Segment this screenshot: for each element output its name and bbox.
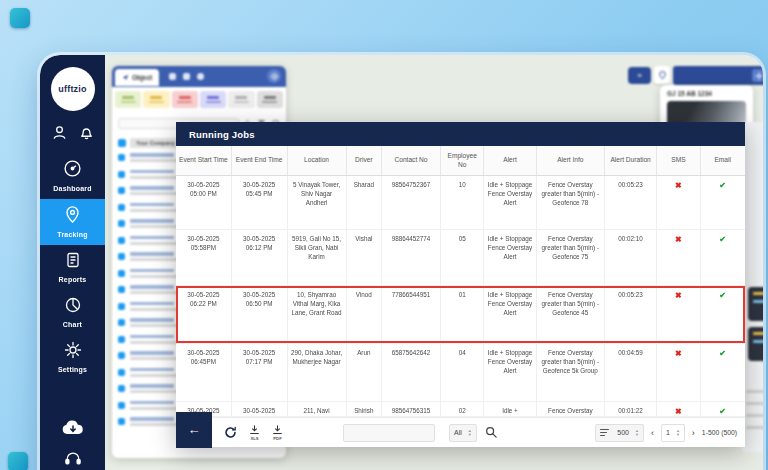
vehicle-text: [130, 417, 180, 426]
table-cell: 5 Vinayak Tower, Shiv Nagar Andheri: [288, 176, 347, 229]
tab-object[interactable]: Object: [115, 69, 159, 86]
sidebar-item-chart[interactable]: Chart: [40, 290, 105, 335]
user-icon[interactable]: [51, 124, 68, 141]
sms-status-icon: ✖: [657, 176, 700, 229]
table-row[interactable]: 30-05-202530-05-2025211, NaviShirish9856…: [176, 402, 745, 417]
collapse-panel-button[interactable]: »: [628, 67, 651, 84]
modal-title: Running Jobs: [176, 122, 745, 146]
gear-icon: [64, 341, 82, 363]
cloud-download-icon[interactable]: [60, 418, 86, 442]
vehicle-checkbox[interactable]: [118, 237, 125, 244]
table-cell: 00:04:59: [605, 344, 657, 401]
headset-icon[interactable]: [63, 450, 83, 470]
column-header: Driver: [347, 146, 382, 175]
dashboard-icon: [63, 159, 82, 182]
vehicle-text: [130, 186, 180, 195]
app-logo[interactable]: ufftzio: [51, 67, 95, 111]
vehicle-checkbox[interactable]: [118, 270, 125, 277]
page-size-select[interactable]: 500 ▲▼: [595, 424, 644, 442]
vehicle-checkbox[interactable]: [118, 187, 125, 194]
next-page-icon[interactable]: ›: [691, 428, 696, 438]
vehicle-text: [130, 203, 180, 212]
vehicle-checkbox[interactable]: [118, 385, 125, 392]
vehicle-checkbox[interactable]: [118, 253, 125, 260]
tracker-gear-icon[interactable]: [752, 69, 763, 82]
vehicle-text: [130, 335, 180, 344]
table-cell: Fence Overstay greater than 5(min) - Geo…: [537, 286, 605, 343]
panel-gear-icon[interactable]: [267, 69, 281, 83]
vehicle-checkbox[interactable]: [118, 220, 125, 227]
vehicle-checkbox[interactable]: [118, 154, 125, 161]
column-header: Alert Info: [537, 146, 605, 175]
object-panel-header: Object: [112, 66, 286, 87]
status-chip[interactable]: [257, 91, 283, 108]
filter-select[interactable]: All ▲▼: [449, 424, 477, 442]
panel-list-icon[interactable]: [183, 73, 190, 80]
column-header: Location: [288, 146, 347, 175]
vehicle-checkbox[interactable]: [118, 204, 125, 211]
vehicle-text: [130, 285, 180, 294]
column-header: Alert Duration: [605, 146, 657, 175]
vehicle-text: [130, 318, 180, 327]
search-icon[interactable]: [485, 424, 497, 442]
desktop-shortcut-icon[interactable]: [10, 8, 30, 28]
vehicle-checkbox[interactable]: [118, 369, 125, 376]
back-button[interactable]: ←: [176, 412, 212, 448]
table-cell: Fence Overstay greater than 5(min) - Geo…: [537, 344, 605, 401]
sidebar-item-label: Reports: [59, 276, 87, 283]
sidebar-item-reports[interactable]: Reports: [40, 245, 105, 290]
sidebar-item-tracking[interactable]: Tracking: [40, 199, 105, 245]
table-cell: 30-05-2025 06:22 PM: [176, 286, 232, 343]
table-cell: Idle + Stoppage Fence Overstay Alert: [484, 176, 536, 229]
stepper-icon: ▲▼: [635, 429, 639, 437]
vehicle-checkbox[interactable]: [118, 171, 125, 178]
vehicle-checkbox[interactable]: [118, 336, 125, 343]
table-cell: Vinod: [347, 286, 382, 343]
pin-icon[interactable]: [654, 66, 670, 84]
panel-user-icon[interactable]: [197, 73, 204, 80]
vehicle-checkbox[interactable]: [118, 286, 125, 293]
vehicle-checkbox[interactable]: [118, 402, 125, 409]
vehicle-checkbox[interactable]: [118, 303, 125, 310]
desktop-shortcut-icon-2[interactable]: [8, 452, 28, 470]
status-chip[interactable]: [200, 91, 226, 108]
table-row[interactable]: 30-05-2025 05:00 PM30-05-2025 05:45 PM5 …: [176, 176, 745, 230]
report-search-input[interactable]: [343, 424, 435, 442]
page-range-label: 1-500 (500): [702, 429, 737, 436]
export-pdf-button[interactable]: PDF: [272, 425, 283, 441]
vehicle-text: [130, 269, 180, 278]
export-xls-button[interactable]: XLS: [249, 425, 260, 441]
table-cell: 30-05-2025: [232, 402, 288, 416]
sms-status-icon: ✖: [657, 230, 700, 285]
refresh-button[interactable]: [224, 426, 237, 439]
page-number-input[interactable]: 1 ▲▼: [661, 424, 685, 442]
panel-grid-icon[interactable]: [169, 73, 176, 80]
stepper-icon: ▲▼: [468, 429, 472, 437]
sidebar-item-dashboard[interactable]: Dashboard: [40, 153, 105, 199]
status-chip[interactable]: [115, 91, 141, 108]
sidebar-item-settings[interactable]: Settings: [40, 335, 105, 380]
table-row-highlighted[interactable]: 30-05-2025 06:22 PM30-05-2025 06:50 PM10…: [176, 286, 745, 344]
group-label: Your Company: [130, 138, 181, 148]
email-status-icon: ✔: [701, 344, 745, 401]
rows-icon: [600, 429, 609, 437]
status-chip[interactable]: [228, 91, 254, 108]
prev-page-icon[interactable]: ‹: [650, 428, 655, 438]
group-checkbox[interactable]: [118, 139, 126, 147]
vehicle-checkbox[interactable]: [118, 352, 125, 359]
running-jobs-modal: Running Jobs Event Start TimeEvent End T…: [176, 122, 745, 447]
stepper-icon: ▲▼: [676, 429, 680, 437]
table-cell: 30-05-2025 06:45PM: [176, 344, 232, 401]
table-cell: 77866544951: [382, 286, 441, 343]
vehicle-checkbox[interactable]: [118, 319, 125, 326]
pie-chart-icon: [64, 296, 82, 318]
table-row[interactable]: 30-05-2025 06:45PM30-05-2025 07:17 PM290…: [176, 344, 745, 402]
table-row[interactable]: 30-05-2025 05:58PM30-05-2025 06:12 PM591…: [176, 230, 745, 286]
status-chip[interactable]: [143, 91, 169, 108]
vehicle-checkbox[interactable]: [118, 418, 125, 425]
vehicle-text: [130, 351, 180, 360]
bell-icon[interactable]: [78, 124, 95, 141]
table-cell: 02: [441, 402, 484, 416]
table-cell: 00:02:10: [605, 230, 657, 285]
status-chip[interactable]: [172, 91, 198, 108]
